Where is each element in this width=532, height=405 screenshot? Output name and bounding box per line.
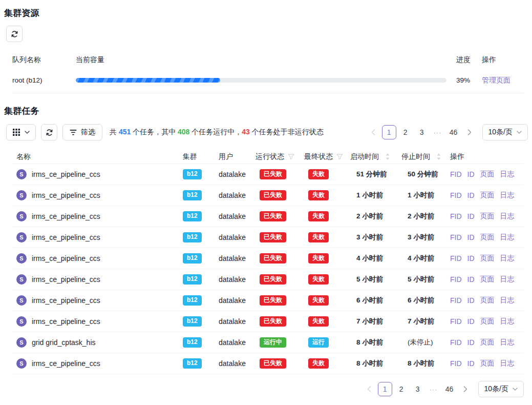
table-row: S grid grid_cptask_his b12 datalake 运行中 … (12, 332, 524, 353)
id-link[interactable]: ID (467, 296, 475, 305)
page-ellipsis[interactable]: ··· (431, 129, 444, 136)
start-time: 8 小时前 (346, 338, 397, 347)
fid-link[interactable]: FID (450, 170, 462, 178)
id-link[interactable]: ID (467, 317, 475, 326)
id-link[interactable]: ID (467, 275, 475, 284)
id-link[interactable]: ID (467, 359, 475, 368)
start-time: 8 小时前 (346, 359, 397, 368)
chevron-down-icon (25, 131, 30, 134)
id-link[interactable]: ID (467, 233, 475, 241)
sort-icon[interactable] (386, 153, 390, 160)
tasks-table-body: S irms_ce_pipeline_ccs b12 datalake 已失败 … (12, 164, 524, 374)
fid-link[interactable]: FID (450, 275, 462, 284)
page-link[interactable]: 页面 (480, 275, 495, 284)
total-count: 451 (119, 128, 131, 136)
cluster-badge: b12 (183, 295, 202, 306)
bottom-bar: 1 2 3 ··· 46 10条/页 (4, 381, 528, 397)
row-actions: FIDID页面日志 (446, 233, 528, 242)
prev-page-button[interactable] (367, 125, 380, 139)
sort-icon[interactable] (437, 153, 441, 160)
pagination-bottom: 1 2 3 ··· 46 10条/页 (363, 381, 524, 397)
grid-icon (13, 129, 20, 136)
prev-page-button[interactable] (363, 382, 376, 396)
col-name: 名称 (12, 152, 179, 161)
id-link[interactable]: ID (467, 338, 475, 347)
page-ellipsis[interactable]: ··· (427, 386, 440, 393)
cluster-page: 集群资源 队列名称 当前容量 进度 操作 root (b12) (0, 0, 532, 397)
layout-dropdown-button[interactable] (6, 124, 36, 140)
id-link[interactable]: ID (467, 170, 475, 178)
task-user: datalake (215, 233, 251, 241)
id-link[interactable]: ID (467, 191, 475, 199)
filter-button[interactable]: 筛选 (62, 124, 102, 140)
table-row: S irms_ce_pipeline_ccs b12 datalake 已失败 … (12, 248, 524, 269)
stop-time: 5 小时前 (397, 275, 446, 284)
page-button-1[interactable]: 1 (378, 382, 392, 396)
page-button-1[interactable]: 1 (382, 125, 396, 139)
cluster-badge: b12 (183, 274, 202, 285)
page-link[interactable]: 页面 (480, 191, 495, 200)
page-button-2[interactable]: 2 (398, 125, 413, 139)
page-link[interactable]: 页面 (480, 296, 495, 305)
task-type-avatar: S (16, 337, 27, 348)
task-type-avatar: S (16, 295, 27, 306)
filter-funnel-icon[interactable] (288, 154, 294, 160)
fid-link[interactable]: FID (450, 317, 462, 326)
task-user: datalake (215, 254, 251, 262)
page-size-select[interactable]: 10条/页 (482, 124, 528, 140)
fid-link[interactable]: FID (450, 359, 462, 368)
log-link[interactable]: 日志 (500, 191, 515, 200)
cluster-badge: b12 (183, 232, 202, 242)
log-link[interactable]: 日志 (500, 275, 515, 284)
log-link[interactable]: 日志 (500, 359, 515, 368)
final-status-badge: 失败 (308, 316, 329, 327)
id-link[interactable]: ID (467, 254, 475, 262)
page-link[interactable]: 页面 (480, 212, 495, 221)
fid-link[interactable]: FID (450, 338, 462, 347)
page-link[interactable]: 页面 (480, 233, 495, 242)
task-name: irms_ce_pipeline_ccs (32, 296, 100, 305)
fid-link[interactable]: FID (450, 212, 462, 220)
task-type-avatar: S (16, 169, 27, 179)
manage-page-link[interactable]: 管理页面 (482, 76, 510, 84)
log-link[interactable]: 日志 (500, 254, 515, 263)
fid-link[interactable]: FID (450, 296, 462, 305)
id-link[interactable]: ID (467, 212, 475, 220)
page-button-2[interactable]: 2 (394, 382, 409, 396)
next-page-button[interactable] (459, 382, 472, 396)
not-running-count: 43 (242, 128, 250, 136)
log-link[interactable]: 日志 (500, 338, 515, 347)
refresh-icon (11, 30, 18, 38)
page-link[interactable]: 页面 (480, 170, 495, 179)
col-user: 用户 (215, 152, 251, 161)
run-status-badge: 已失败 (260, 253, 286, 264)
run-status-badge: 已失败 (260, 295, 286, 306)
page-link[interactable]: 页面 (480, 359, 495, 368)
tasks-refresh-button[interactable] (41, 124, 57, 140)
fid-link[interactable]: FID (450, 254, 462, 262)
task-user: datalake (215, 212, 251, 220)
page-button-last[interactable]: 46 (442, 382, 457, 396)
row-actions: FIDID页面日志 (446, 212, 528, 221)
page-button-3[interactable]: 3 (411, 382, 425, 396)
col-queue-name: 队列名称 (12, 55, 76, 65)
log-link[interactable]: 日志 (500, 233, 515, 242)
fid-link[interactable]: FID (450, 191, 462, 199)
page-link[interactable]: 页面 (480, 338, 495, 347)
filter-funnel-icon[interactable] (336, 154, 343, 160)
table-row: S irms_ce_pipeline_ccs b12 datalake 已失败 … (12, 353, 524, 374)
next-page-button[interactable] (463, 125, 476, 139)
page-size-select[interactable]: 10条/页 (478, 381, 524, 397)
capacity-cell (76, 78, 451, 83)
page-link[interactable]: 页面 (480, 254, 495, 263)
page-button-3[interactable]: 3 (415, 125, 429, 139)
page-link[interactable]: 页面 (480, 317, 495, 326)
log-link[interactable]: 日志 (500, 317, 515, 326)
log-link[interactable]: 日志 (500, 296, 515, 305)
fid-link[interactable]: FID (450, 233, 462, 241)
log-link[interactable]: 日志 (500, 212, 515, 221)
resources-refresh-button[interactable] (6, 26, 23, 42)
log-link[interactable]: 日志 (500, 170, 515, 179)
queue-name: root (b12) (12, 76, 76, 84)
page-button-last[interactable]: 46 (446, 125, 461, 139)
